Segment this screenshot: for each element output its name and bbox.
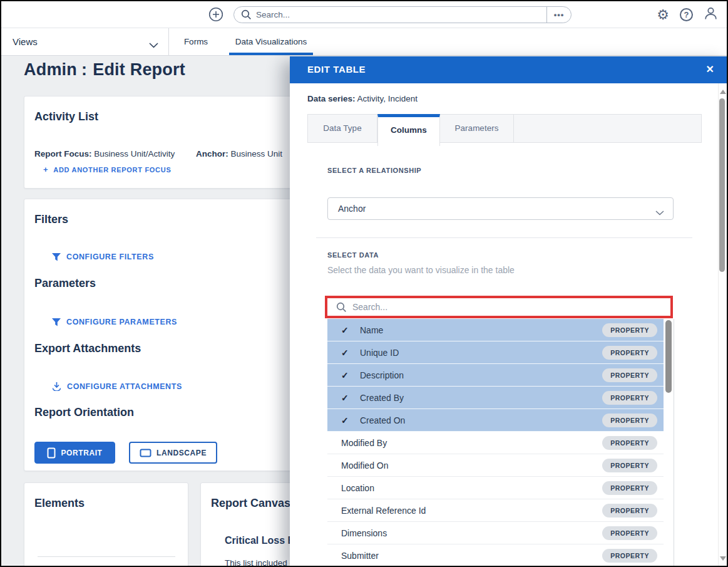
panel-title: EDIT TABLE (307, 56, 366, 83)
help-icon[interactable]: ? (680, 8, 693, 21)
landscape-button[interactable]: LANDSCAPE (129, 442, 217, 464)
report-focus: Report Focus: Business Unit/Activity (34, 149, 175, 159)
configure-filters-button[interactable]: CONFIGURE FILTERS (52, 252, 154, 261)
list-item[interactable]: Location PROPERTY (327, 477, 664, 499)
funnel-icon (52, 253, 61, 261)
list-item[interactable]: Submitter PROPERTY (327, 544, 664, 567)
property-badge: PROPERTY (602, 368, 657, 382)
panel-scrollbar[interactable] (718, 83, 725, 567)
property-badge: PROPERTY (602, 414, 657, 427)
views-dropdown[interactable]: Views (13, 28, 38, 56)
scroll-up-icon[interactable] (720, 90, 726, 94)
list-item[interactable]: ✓ Description PROPERTY (327, 364, 664, 387)
close-icon[interactable]: ✕ (706, 63, 714, 76)
search-icon (336, 302, 347, 313)
check-icon: ✓ (341, 393, 355, 403)
property-badge: PROPERTY (602, 323, 657, 337)
elements-title: Elements (34, 497, 85, 510)
tab-data-visualizations[interactable]: Data Visualizations (229, 28, 313, 56)
add-report-focus-button[interactable]: +ADD ANOTHER REPORT FOCUS (43, 165, 171, 174)
panel-scrollbar-thumb[interactable] (719, 98, 725, 272)
portrait-icon (47, 447, 56, 459)
data-search-highlighted (325, 296, 673, 318)
panel-divider (316, 237, 692, 238)
list-item[interactable]: ✓ Name PROPERTY (327, 319, 664, 341)
landscape-icon (140, 449, 151, 457)
data-series: Data series: Activity, Incident (307, 94, 418, 103)
panel-header: EDIT TABLE ✕ (290, 56, 728, 83)
tab-columns[interactable]: Columns (377, 114, 440, 146)
activity-list-card: Activity List Report Focus: Business Uni… (24, 96, 305, 189)
relationship-select[interactable]: Anchor (327, 197, 674, 220)
canvas-item-title: Critical Loss Ev (225, 535, 300, 546)
property-badge: PROPERTY (602, 436, 657, 450)
canvas-item-text: This list included or (225, 558, 297, 567)
user-icon[interactable] (704, 6, 718, 23)
property-badge: PROPERTY (602, 549, 657, 563)
edit-table-panel: EDIT TABLE ✕ Data series: Activity, Inci… (290, 56, 728, 567)
elements-divider (38, 556, 175, 557)
check-icon: ✓ (341, 348, 355, 358)
relationship-value: Anchor (338, 198, 366, 219)
select-data-hint: Select the data you want to visualize in… (327, 265, 515, 275)
property-badge: PROPERTY (602, 346, 657, 360)
chevron-down-icon (655, 207, 664, 218)
nav-divider (168, 28, 169, 55)
elements-card: Elements (24, 482, 188, 567)
list-item[interactable]: External Reference Id PROPERTY (327, 499, 664, 522)
top-bar: ••• ⚙ ? (1, 1, 727, 28)
configure-parameters-button[interactable]: CONFIGURE PARAMETERS (52, 318, 177, 326)
list-item[interactable]: Modified On PROPERTY (327, 454, 664, 477)
app-window: ••• ⚙ ? Views Forms Data Visualizations … (0, 0, 728, 567)
configure-attachments-button[interactable]: CONFIGURE ATTACHMENTS (52, 382, 182, 391)
property-badge: PROPERTY (602, 481, 657, 495)
check-icon: ✓ (341, 415, 355, 425)
add-icon[interactable] (208, 7, 223, 22)
download-icon (52, 382, 61, 391)
list-item[interactable]: ✓ Created By PROPERTY (327, 387, 664, 409)
list-scrollbar-thumb[interactable] (665, 320, 672, 393)
property-badge: PROPERTY (602, 526, 657, 540)
tabstrip-filler (514, 114, 702, 143)
global-search: ••• (233, 6, 572, 23)
property-badge: PROPERTY (602, 459, 657, 472)
funnel-icon (52, 318, 61, 326)
check-icon: ✓ (341, 370, 355, 380)
check-icon: ✓ (341, 325, 355, 335)
data-list: ✓ Name PROPERTY ✓ Unique ID PROPERTY ✓ D… (327, 319, 674, 567)
active-tab-underline (229, 53, 313, 55)
parameters-title: Parameters (34, 277, 96, 290)
tab-data-type[interactable]: Data Type (307, 114, 377, 143)
report-canvas-title: Report Canvas (211, 497, 290, 510)
nav-bar: Views Forms Data Visualizations (1, 28, 727, 56)
select-data-label: SELECT DATA (327, 251, 379, 259)
scroll-down-icon[interactable] (720, 556, 726, 561)
list-item[interactable]: ✓ Unique ID PROPERTY (327, 341, 664, 364)
list-item[interactable]: Modified By PROPERTY (327, 432, 664, 454)
plus-icon: + (43, 165, 48, 174)
relationship-label: SELECT A RELATIONSHIP (327, 167, 421, 174)
anchor-value: Anchor: Business Unit (196, 149, 282, 159)
data-search-input[interactable] (352, 302, 670, 312)
list-item[interactable]: ✓ Created On PROPERTY (327, 409, 664, 432)
more-options-icon[interactable]: ••• (547, 7, 571, 23)
activity-list-title: Activity List (34, 110, 98, 123)
filters-title: Filters (34, 213, 68, 226)
search-icon (241, 9, 252, 20)
page-title: Admin:Edit Report (24, 60, 185, 80)
report-orientation-title: Report Orientation (34, 406, 134, 419)
chevron-down-icon[interactable] (149, 39, 158, 51)
portrait-button[interactable]: PORTRAIT (34, 442, 115, 464)
list-item[interactable]: Dimensions PROPERTY (327, 522, 664, 544)
global-search-input[interactable] (256, 10, 546, 19)
gear-icon[interactable]: ⚙ (657, 8, 669, 22)
property-badge: PROPERTY (602, 391, 657, 405)
report-config-card: Filters CONFIGURE FILTERS Parameters CON… (24, 199, 292, 471)
property-badge: PROPERTY (602, 504, 657, 518)
export-attachments-title: Export Attachments (34, 342, 141, 355)
tab-parameters[interactable]: Parameters (440, 114, 514, 143)
tab-forms[interactable]: Forms (180, 28, 212, 56)
